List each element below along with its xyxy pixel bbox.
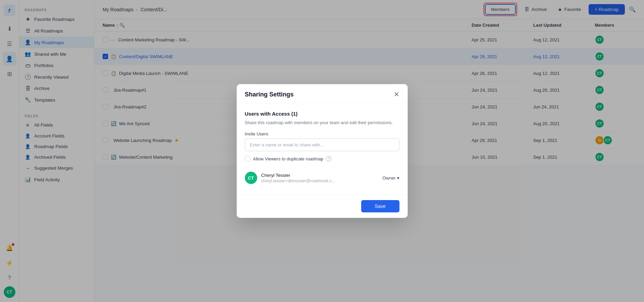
user-row: CT Cheryl Tessier cheryl.tessier+demouse… (245, 168, 399, 187)
help-tooltip-icon[interactable]: ? (326, 156, 331, 161)
allow-viewers-label: Allow Viewers to duplicate roadmap (253, 156, 324, 161)
user-role-dropdown[interactable]: Owner ▾ (382, 175, 399, 181)
sharing-settings-modal: Sharing Settings ✕ Users with Access (1)… (237, 84, 408, 218)
user-avatar: CT (245, 172, 257, 184)
allow-viewers-checkbox[interactable] (245, 156, 250, 161)
modal-footer: Save (237, 194, 408, 218)
user-name: Cheryl Tessier (261, 173, 379, 178)
invite-input[interactable] (245, 139, 399, 151)
chevron-down-icon: ▾ (397, 175, 399, 181)
modal-body: Users with Access (1) Share this roadmap… (237, 104, 408, 195)
save-button[interactable]: Save (361, 200, 399, 212)
invite-label: Invite Users (245, 131, 399, 136)
modal-title: Sharing Settings (245, 91, 294, 98)
user-info: Cheryl Tessier cheryl.tessier+demouser@r… (261, 173, 379, 183)
users-with-access-title: Users with Access (1) (245, 111, 399, 117)
allow-viewers-row: Allow Viewers to duplicate roadmap ? (245, 156, 399, 161)
modal-overlay[interactable]: Sharing Settings ✕ Users with Access (1)… (0, 0, 644, 302)
modal-close-button[interactable]: ✕ (394, 91, 399, 98)
user-email: cheryl.tessier+demouser@roadmunk.c... (261, 179, 379, 183)
modal-description: Share this roadmap with members on your … (245, 119, 399, 126)
modal-header: Sharing Settings ✕ (237, 84, 408, 104)
